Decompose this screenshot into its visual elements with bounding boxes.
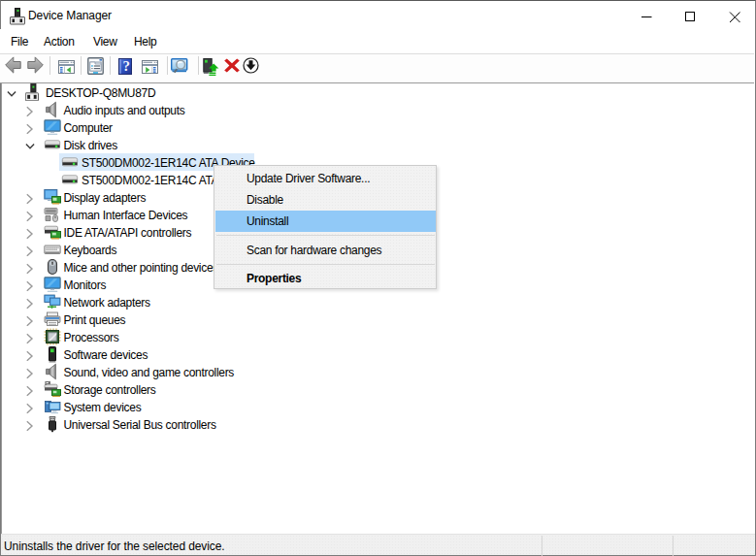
svg-text:?: ? bbox=[122, 58, 129, 74]
